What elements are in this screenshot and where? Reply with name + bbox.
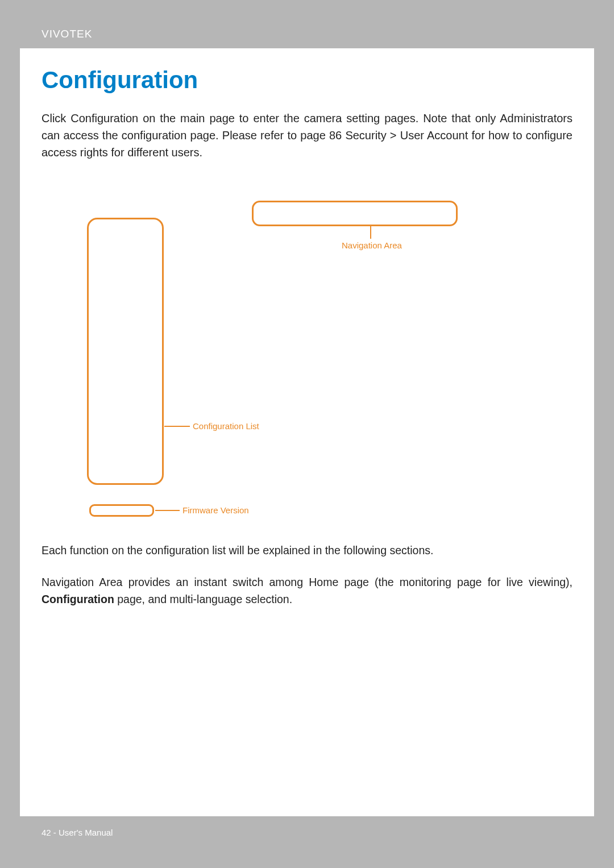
navigation-area-box — [252, 201, 458, 226]
intro-paragraph: Click Configuration on the main page to … — [42, 110, 572, 161]
footer-bar: 42 - User's Manual — [20, 815, 594, 848]
firmware-version-connector — [155, 510, 180, 511]
page-content: Configuration Click Configuration on the… — [20, 49, 594, 608]
body-paragraph-2: Navigation Area provides an instant swit… — [42, 574, 572, 608]
page-title: Configuration — [42, 67, 572, 94]
header-bar: VIVOTEK — [20, 20, 594, 49]
diagram-area: Navigation Area Configuration List Firmw… — [42, 201, 572, 519]
header-brand: VIVOTEK — [42, 28, 92, 40]
body2-part1: Navigation Area provides an instant swit… — [42, 576, 572, 588]
configuration-list-label: Configuration List — [193, 421, 259, 431]
body2-bold: Configuration — [42, 593, 114, 605]
navigation-area-label: Navigation Area — [342, 240, 402, 250]
body-paragraph-1: Each function on the configuration list … — [42, 542, 572, 559]
configuration-list-connector — [164, 426, 190, 427]
document-page: VIVOTEK Configuration Click Configuratio… — [20, 20, 594, 848]
footer-page-number: 42 - User's Manual — [42, 828, 113, 837]
navigation-area-connector — [370, 226, 371, 239]
firmware-version-box — [89, 504, 154, 517]
configuration-list-box — [87, 218, 164, 485]
firmware-version-label: Firmware Version — [182, 505, 249, 515]
body2-part2: page, and multi-language selection. — [114, 593, 292, 605]
